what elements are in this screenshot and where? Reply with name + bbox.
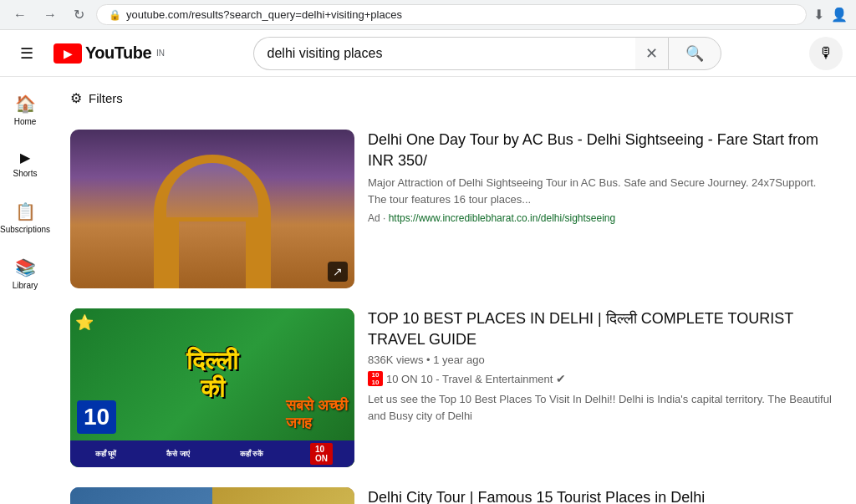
- result-info-2: TOP 10 BEST PLACES IN DELHI | दिल्ली COM…: [368, 308, 836, 467]
- table-row: ⭐ दिल्लीकी 10 सबसे अच्छीजगह कहाँ घूमें क…: [70, 298, 836, 477]
- download-icon[interactable]: ⬇: [813, 7, 824, 23]
- result-desc-2: Let us see the Top 10 Best Places To Vis…: [368, 391, 836, 424]
- profile-icon[interactable]: 👤: [831, 7, 848, 23]
- yt-right: 🎙: [809, 37, 843, 70]
- yt-main: 🏠 Home ▶ Shorts 📋 Subscriptions 📚 Librar…: [0, 77, 856, 504]
- result-title-1[interactable]: Delhi One Day Tour by AC Bus - Delhi Sig…: [368, 130, 836, 171]
- result-thumbnail-1[interactable]: ↗: [70, 130, 354, 288]
- result-channel-2: 1010 10 ON 10 - Travel & Entertainment ✔: [368, 371, 836, 386]
- shorts-icon: ▶: [20, 150, 30, 165]
- subscriptions-icon: 📋: [15, 201, 36, 221]
- bottom-item-1: कहाँ घूमें: [92, 448, 120, 461]
- sabse-text: सबसे अच्छीजगह: [286, 397, 348, 432]
- sidebar-item-subscriptions[interactable]: 📋 Subscriptions: [2, 191, 48, 244]
- browser-actions: ⬇ 👤: [813, 7, 848, 23]
- ad-badge: Ad ·: [368, 212, 389, 224]
- result-title-2[interactable]: TOP 10 BEST PLACES IN DELHI | दिल्ली COM…: [368, 308, 836, 350]
- browser-bar: ← → ↻ 🔒 youtube.com/results?search_query…: [0, 0, 856, 30]
- result-title-3[interactable]: Delhi City Tour | Famous 15 Tourist Plac…: [368, 487, 836, 504]
- lock-icon: 🔒: [109, 9, 121, 21]
- yt-play-icon: ▶: [64, 47, 73, 60]
- search-button[interactable]: 🔍: [668, 37, 721, 70]
- hindi-title-text: दिल्लीकी: [186, 347, 238, 402]
- channel-name-2[interactable]: 10 ON 10 - Travel & Entertainment: [386, 373, 553, 385]
- filters-bar: ⚙ Filters: [70, 90, 836, 106]
- verified-icon: ✔: [556, 372, 566, 385]
- bottom-item-3: कहाँ रुकें: [237, 448, 268, 461]
- filter-label[interactable]: Filters: [89, 91, 123, 105]
- star-icon: ⭐: [75, 313, 94, 332]
- address-bar[interactable]: 🔒 youtube.com/results?search_query=delhi…: [96, 4, 807, 25]
- result-ad-1: Ad · https://www.incrediblebharat.co.in/…: [368, 212, 836, 224]
- forward-button[interactable]: →: [38, 6, 62, 24]
- filter-icon: ⚙: [70, 90, 82, 106]
- sidebar-library-label: Library: [13, 281, 38, 290]
- search-results: ↗ Delhi One Day Tour by AC Bus - Delhi S…: [70, 120, 836, 504]
- result-thumbnail-3[interactable]: [70, 487, 354, 504]
- url-text: youtube.com/results?search_query=delhi+v…: [126, 8, 402, 21]
- hamburger-icon: ☰: [20, 45, 33, 62]
- home-icon: 🏠: [15, 94, 36, 114]
- sidebar-shorts-label: Shorts: [13, 169, 38, 178]
- sidebar-subscriptions-label: Subscriptions: [0, 225, 50, 234]
- yt-logo-country: IN: [156, 48, 165, 58]
- number-10: 10: [77, 400, 116, 434]
- search-clear-button[interactable]: ✕: [635, 37, 668, 70]
- reload-button[interactable]: ↻: [69, 5, 89, 24]
- hamburger-button[interactable]: ☰: [13, 38, 40, 69]
- result-thumbnail-2[interactable]: ⭐ दिल्लीकी 10 सबसे अच्छीजगह कहाँ घूमें क…: [70, 308, 354, 467]
- search-icon: 🔍: [685, 45, 704, 62]
- mic-icon: 🎙: [818, 44, 833, 62]
- yt-header: ☰ ▶ YouTube IN ✕ 🔍 🎙: [0, 30, 856, 77]
- library-icon: 📚: [15, 257, 36, 277]
- clear-icon: ✕: [645, 45, 658, 62]
- yt-content: ⚙ Filters: [50, 77, 856, 504]
- result-desc-1: Major Attraction of Delhi Sightseeing To…: [368, 175, 836, 207]
- external-link-icon[interactable]: ↗: [328, 262, 348, 282]
- table-row: Delhi City Tour | Famous 15 Tourist Plac…: [70, 477, 836, 504]
- yt-sidebar: 🏠 Home ▶ Shorts 📋 Subscriptions 📚 Librar…: [0, 77, 50, 504]
- thumb-bottom-bar: कहाँ घूमें कैसे जाएं कहाँ रुकें 10ON: [70, 440, 354, 467]
- result-info-3: Delhi City Tour | Famous 15 Tourist Plac…: [368, 487, 836, 504]
- sidebar-item-home[interactable]: 🏠 Home: [2, 84, 48, 136]
- mic-button[interactable]: 🎙: [809, 37, 843, 70]
- search-input[interactable]: [253, 37, 635, 70]
- sidebar-home-label: Home: [14, 117, 37, 126]
- result-info-1: Delhi One Day Tour by AC Bus - Delhi Sig…: [368, 130, 836, 288]
- yt-search: ✕ 🔍: [165, 37, 809, 70]
- sidebar-item-library[interactable]: 📚 Library: [2, 247, 48, 300]
- sidebar-item-shorts[interactable]: ▶ Shorts: [2, 140, 48, 188]
- yt-logo[interactable]: ▶ YouTube IN: [54, 43, 165, 64]
- yt-logo-text: YouTube: [85, 43, 151, 63]
- search-form: ✕ 🔍: [253, 37, 721, 70]
- ad-link[interactable]: https://www.incrediblebharat.co.in/delhi…: [389, 212, 616, 224]
- yt-logo-icon: ▶: [54, 43, 82, 64]
- yt-left: ☰ ▶ YouTube IN: [13, 38, 165, 69]
- result-meta-2: 836K views • 1 year ago: [368, 354, 836, 366]
- bottom-item-red: 10ON: [310, 443, 333, 465]
- bottom-item-2: कैसे जाएं: [163, 448, 193, 461]
- back-button[interactable]: ←: [8, 6, 32, 24]
- channel-logo: 1010: [368, 371, 383, 386]
- table-row: ↗ Delhi One Day Tour by AC Bus - Delhi S…: [70, 120, 836, 298]
